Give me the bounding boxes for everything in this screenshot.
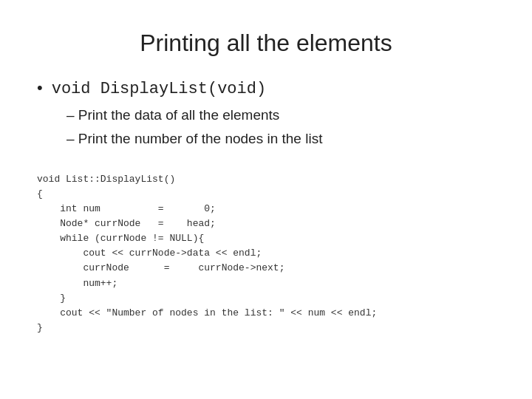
slide-title: Printing all the elements bbox=[37, 30, 495, 57]
code-block: void List::DisplayList() { int num = 0; … bbox=[37, 172, 495, 336]
bullet-dot: • bbox=[37, 78, 43, 99]
bullet-text: void DisplayList(void) bbox=[52, 78, 266, 100]
sub-bullet-2: Print the number of the nodes in the lis… bbox=[66, 129, 495, 150]
bullet-code: void DisplayList(void) bbox=[52, 80, 266, 98]
bullet-item: • void DisplayList(void) bbox=[37, 78, 495, 100]
sub-bullet-1: Print the data of all the elements bbox=[66, 105, 495, 126]
slide: Printing all the elements • void Display… bbox=[0, 0, 532, 399]
bullet-section: • void DisplayList(void) Print the data … bbox=[37, 78, 495, 153]
